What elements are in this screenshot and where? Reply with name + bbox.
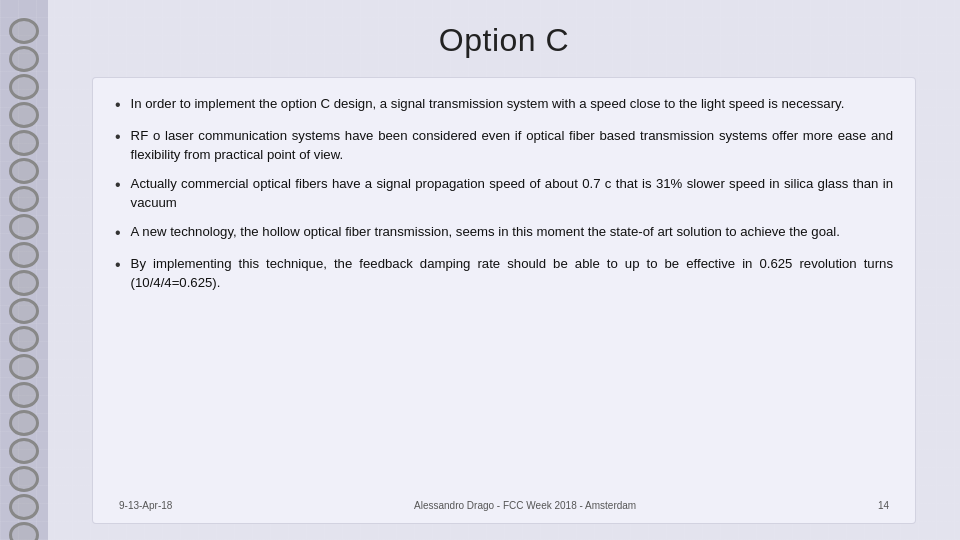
bullet-item: •Actually commercial optical fibers have… xyxy=(115,174,893,212)
bullet-dot: • xyxy=(115,223,121,244)
spiral-binding xyxy=(0,0,48,540)
spiral-ring xyxy=(9,354,39,380)
spiral-ring xyxy=(9,158,39,184)
slide-footer: 9-13-Apr-18 Alessandro Drago - FCC Week … xyxy=(115,500,893,511)
bullet-dot: • xyxy=(115,175,121,196)
spiral-ring xyxy=(9,186,39,212)
bullet-item: •By implementing this technique, the fee… xyxy=(115,254,893,292)
spiral-ring xyxy=(9,18,39,44)
footer-right: 14 xyxy=(878,500,889,511)
spiral-ring xyxy=(9,130,39,156)
spiral-ring xyxy=(9,522,39,540)
footer-left: 9-13-Apr-18 xyxy=(119,500,172,511)
content-box: •In order to implement the option C desi… xyxy=(92,77,916,524)
bullet-list: •In order to implement the option C desi… xyxy=(115,94,893,292)
bullet-text-3: Actually commercial optical fibers have … xyxy=(131,174,893,212)
spiral-ring xyxy=(9,270,39,296)
spiral-ring xyxy=(9,298,39,324)
bullet-text-4: A new technology, the hollow optical fib… xyxy=(131,222,893,241)
slide-content: Option C •In order to implement the opti… xyxy=(48,0,960,540)
bullet-item: •In order to implement the option C desi… xyxy=(115,94,893,116)
spiral-ring xyxy=(9,382,39,408)
bullet-text-5: By implementing this technique, the feed… xyxy=(131,254,893,292)
spiral-ring xyxy=(9,214,39,240)
spiral-ring xyxy=(9,46,39,72)
spiral-ring xyxy=(9,438,39,464)
spiral-ring xyxy=(9,242,39,268)
spiral-ring xyxy=(9,102,39,128)
bullet-item: •RF o laser communication systems have b… xyxy=(115,126,893,164)
bullet-dot: • xyxy=(115,127,121,148)
bullet-dot: • xyxy=(115,95,121,116)
bullet-item: •A new technology, the hollow optical fi… xyxy=(115,222,893,244)
footer-center: Alessandro Drago - FCC Week 2018 - Amste… xyxy=(172,500,878,511)
slide-title: Option C xyxy=(92,22,916,59)
spiral-ring xyxy=(9,494,39,520)
bullet-text-2: RF o laser communication systems have be… xyxy=(131,126,893,164)
spiral-ring xyxy=(9,410,39,436)
spiral-ring xyxy=(9,74,39,100)
spiral-ring xyxy=(9,466,39,492)
bullet-dot: • xyxy=(115,255,121,276)
bullet-text-1: In order to implement the option C desig… xyxy=(131,94,893,113)
spiral-ring xyxy=(9,326,39,352)
